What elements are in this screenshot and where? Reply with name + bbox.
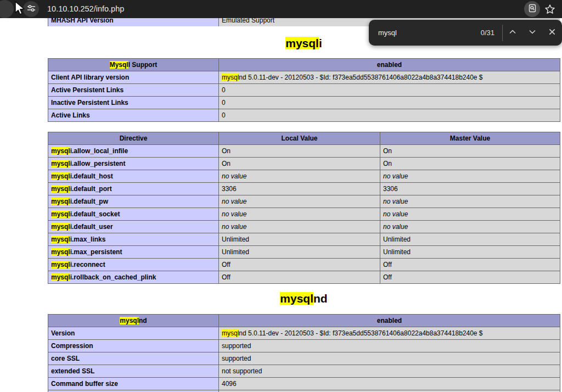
mysqlnd-header: mysqlnd [48, 315, 219, 327]
directive-text: i.max_persistent [70, 248, 122, 256]
local-value: Off [219, 259, 380, 271]
find-highlight: mysql [285, 37, 319, 49]
table-row: mysqli.default_port 3306 3306 [48, 183, 560, 195]
table-row: extended SSL not supported [48, 365, 560, 378]
heading-text: nd [313, 292, 328, 305]
mouse-cursor [13, 1, 26, 16]
find-previous-button[interactable] [503, 23, 522, 43]
find-input[interactable]: mysql [378, 29, 397, 37]
table-row: mysqli.max_links Unlimited Unlimited [48, 233, 560, 246]
local-value: no value [219, 221, 380, 233]
master-value: 3306 [380, 183, 560, 195]
table-row: mysqli.allow_local_infile On On [48, 145, 560, 158]
row-label: Inactive Persistent Links [48, 97, 219, 109]
mhash-api-version-label: MHASH API Version [48, 18, 219, 26]
table-row: Active Links 0 [48, 109, 560, 122]
local-value: no value [219, 195, 380, 208]
master-value: no value [380, 195, 560, 208]
back-button[interactable] [0, 0, 14, 18]
row-label: Command buffer size [48, 378, 219, 390]
row-label: Client API library version [48, 71, 219, 84]
bookmark-button[interactable] [544, 3, 556, 15]
directive-text: i.rollback_on_cached_plink [70, 273, 156, 281]
row-value: not supported [219, 365, 560, 378]
table-row: mysqli.default_pw no value no value [48, 195, 560, 208]
directive-text: i.max_links [70, 236, 106, 243]
find-highlight: mysql [51, 172, 70, 180]
address-bar[interactable]: 10.10.10.252/info.php [47, 0, 124, 18]
table-header-row: mysqlnd enabled [48, 315, 560, 327]
local-value: no value [219, 208, 380, 221]
directive-text: i.reconnect [70, 261, 105, 268]
directive-name: mysqli.default_host [48, 170, 219, 183]
local-value: no value [219, 170, 380, 183]
directive-name: mysqli.default_port [48, 183, 219, 195]
value-text: nd 5.0.11-dev - 20120503 - $Id: f373ea5d… [239, 329, 482, 337]
row-value: mysqlnd 5.0.11-dev - 20120503 - $Id: f37… [219, 327, 560, 340]
table-row: Inactive Persistent Links 0 [48, 97, 560, 109]
find-in-page-button[interactable] [524, 1, 540, 17]
row-value: 0 [219, 97, 560, 109]
table-row: mysqli.allow_persistent On On [48, 158, 560, 170]
directive-text: i.default_socket [70, 210, 120, 218]
table-row: mysqli.default_host no value no value [48, 170, 560, 183]
find-highlight: mysql [51, 185, 70, 193]
directive-header: Directive [48, 132, 219, 145]
directive-name: mysqli.max_links [48, 233, 219, 246]
table-header-row: MysqlI Support enabled [48, 59, 560, 71]
find-highlight: mysql [51, 236, 70, 243]
find-highlight: mysql [51, 210, 70, 218]
master-value: On [380, 145, 560, 158]
star-icon [544, 8, 556, 17]
row-value: supported [219, 340, 560, 352]
table-row: Active Persistent Links 0 [48, 84, 560, 97]
header-text: nd [139, 317, 147, 324]
master-value: no value [380, 221, 560, 233]
find-next-button[interactable] [522, 23, 542, 43]
heading-text: i [319, 37, 322, 49]
row-label: Active Persistent Links [48, 84, 219, 97]
enabled-header: enabled [219, 59, 560, 71]
local-value: Unlimited [219, 246, 380, 259]
directive-name: mysqli.default_socket [48, 208, 219, 221]
chevron-up-icon [509, 28, 516, 38]
directive-text: i.allow_persistent [70, 160, 126, 167]
table-header-row: Directive Local Value Master Value [48, 132, 560, 145]
row-label: Active Links [48, 109, 219, 122]
row-value: mysqlnd 5.0.11-dev - 20120503 - $Id: f37… [219, 71, 560, 84]
table-row: mysqli.reconnect Off Off [48, 259, 560, 271]
master-value: Unlimited [380, 246, 560, 259]
table-row: core SSL supported [48, 352, 560, 365]
value-text: nd 5.0.11-dev - 20120503 - $Id: f373ea5d… [239, 74, 482, 81]
row-value: 0 [219, 109, 560, 122]
enabled-header: enabled [219, 315, 560, 327]
phpinfo-content: MHASH API Version Emulated Support mysql… [48, 18, 560, 392]
row-label: core SSL [48, 352, 219, 365]
directive-name: mysqli.max_persistent [48, 246, 219, 259]
local-value: On [219, 158, 380, 170]
directive-name: mysqli.default_user [48, 221, 219, 233]
find-close-button[interactable] [542, 23, 562, 43]
local-value: On [219, 145, 380, 158]
directive-text: i.default_user [70, 223, 113, 231]
find-highlight: mysql [222, 329, 239, 337]
find-highlight: mysql [51, 248, 70, 256]
mysqlnd-section-heading: mysqlnd [48, 292, 560, 305]
table-row: mysqli.default_socket no value no value [48, 208, 560, 221]
find-highlight: mysql [222, 74, 239, 81]
master-value-header: Master Value [380, 132, 560, 145]
find-bar: mysql 0/31 [369, 20, 562, 46]
find-highlight: mysql [51, 223, 70, 231]
find-highlight: mysql [120, 317, 139, 324]
master-value: no value [380, 208, 560, 221]
table-row: Command buffer size 4096 [48, 378, 560, 390]
find-highlight: mysql [51, 147, 70, 155]
directive-text: i.default_pw [70, 198, 108, 205]
table-row: mysqli.default_user no value no value [48, 221, 560, 233]
row-value [219, 390, 560, 392]
mysqli-support-header: MysqlI Support [48, 59, 219, 71]
close-icon [548, 28, 556, 38]
row-value: supported [219, 352, 560, 365]
table-row: Version mysqlnd 5.0.11-dev - 20120503 - … [48, 327, 560, 340]
local-value-header: Local Value [219, 132, 380, 145]
